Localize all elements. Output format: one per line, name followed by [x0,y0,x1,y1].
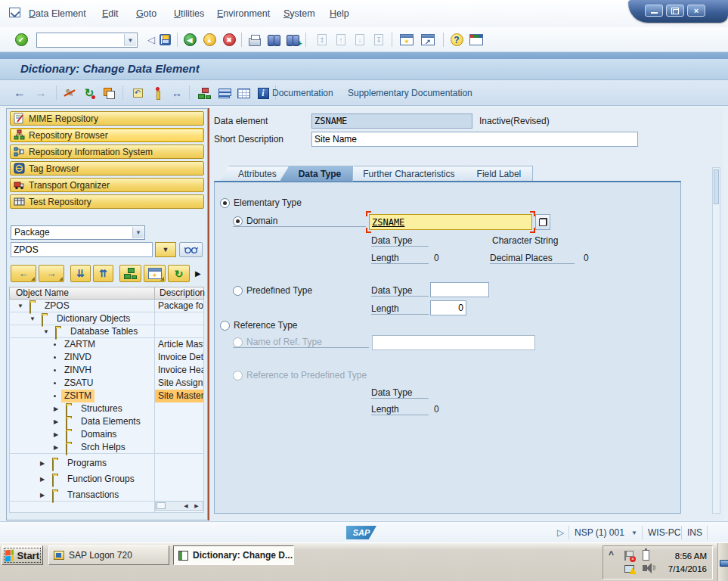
back-button[interactable]: ◀ [181,31,199,48]
where-used-button[interactable]: ↔ [168,85,186,101]
package-name-input[interactable] [11,242,153,257]
tree-row-zpos[interactable]: ▼ ZPOS Package for P [10,300,203,312]
tray-expand-icon[interactable]: ^ [609,549,614,560]
print-button[interactable] [246,31,264,48]
object-directory-button[interactable] [195,85,213,101]
collapse-arrow-icon[interactable]: ▼ [29,312,36,325]
ref-name-field[interactable] [372,335,535,350]
menu-utilities[interactable]: Utilities [171,7,207,20]
tree-row-zinvd[interactable]: ZINVD Invoice Detai [10,351,203,364]
tree-row-data-elements[interactable]: ▶ Data Elements [10,415,203,428]
tab-data-type[interactable]: Data Type [280,166,353,182]
refresh-tree-button[interactable]: ↻ [168,265,190,282]
documentation-button[interactable]: Documentation [272,88,333,98]
scroll-right-icon[interactable]: ▶ [191,502,202,510]
scroll-left-icon[interactable]: ◀ [181,502,191,510]
last-page-button[interactable]: ↧ [370,31,388,48]
ref-name-radio[interactable] [233,337,243,347]
network-icon[interactable] [624,565,634,573]
transport-button[interactable]: ↶ [129,85,147,101]
show-desktop-button[interactable] [717,543,728,581]
collapse-arrow-icon[interactable]: ▼ [43,325,49,338]
tab-attributes[interactable]: Attributes [219,166,289,182]
tree-row-transactions[interactable]: ▶ Transactions [10,489,203,502]
domain-field[interactable] [369,214,532,230]
expand-arrow-icon[interactable]: ▶ [54,402,58,415]
menu-system[interactable]: System [280,7,318,20]
expand-all-button[interactable]: ⇊ [70,265,91,282]
tree-row-srch-helps[interactable]: ▶ Srch Helps [10,441,203,454]
display-object-button[interactable] [179,242,203,257]
tab-further-characteristics[interactable]: Further Characteristics [344,166,466,182]
technical-info-button[interactable]: i [254,85,272,101]
tag-browser-button[interactable]: Tag Browser [10,161,204,176]
repository-information-system-button[interactable]: Repository Information System [10,144,204,159]
exit-button[interactable]: ▲ [200,31,218,48]
tab-field-label[interactable]: Field Label [458,166,534,182]
predefined-data-type-field[interactable] [430,282,489,297]
main-vertical-scrollbar[interactable] [712,167,720,514]
table-display-button[interactable] [234,85,252,101]
find-next-button[interactable]: + [283,31,302,48]
copy-object-button[interactable] [100,85,118,101]
tree-horizontal-scrollbar[interactable]: ◀ ▶ [155,501,203,511]
next-page-button[interactable]: ↓ [351,31,369,48]
start-button[interactable]: Start [2,545,43,565]
select-dropdown-icon[interactable]: ▼ [132,227,144,238]
package-dropdown-button[interactable]: ▼ [155,242,176,257]
status-continue-icon[interactable]: ▷ [557,527,564,538]
tree-row-zsitm-selected[interactable]: ZSITM Site Master [10,390,203,402]
browse-type-select[interactable]: Package ▼ [11,225,145,240]
mime-repository-button[interactable]: MIME Repository [10,111,204,126]
menu-help[interactable]: Help [327,7,352,20]
tree-row-zsatu[interactable]: ZSATU Site Assignme [10,377,203,390]
help-button[interactable]: ? [448,31,466,48]
menu-environment[interactable]: Environment [214,7,273,20]
domain-value-help-button[interactable] [535,214,550,230]
transport-organizer-button[interactable]: Transport Organizer [10,178,204,192]
tree-row-function-groups[interactable]: ▶ Function Groups [10,473,203,486]
predefined-length-field[interactable] [430,300,466,315]
system-dropdown-icon[interactable]: ▼ [631,530,637,536]
cancel-button[interactable]: ✖ [220,31,238,48]
new-session-button[interactable]: ✶ [398,31,416,48]
task-button-dictionary[interactable]: Dictionary: Change D... [173,545,294,565]
tree-forward-button[interactable]: → [39,265,64,282]
collapse-all-button[interactable]: ⇈ [93,265,113,282]
command-dropdown-icon[interactable]: ▼ [124,34,136,46]
system-session-info[interactable]: NSP (1) 001 [575,527,624,538]
restore-button[interactable] [666,5,684,17]
scrollbar-thumb[interactable] [714,169,719,204]
system-menu-icon[interactable] [9,8,20,17]
customize-layout-button[interactable] [467,31,485,48]
domain-radio[interactable] [233,216,243,226]
short-description-field[interactable] [311,132,638,147]
menu-edit[interactable]: Edit [99,7,122,20]
activate-refresh-button[interactable]: ↻ [80,85,98,101]
more-buttons-icon[interactable]: ▶ [195,269,201,278]
nav-forward-button[interactable]: → [32,85,50,101]
battery-icon[interactable] [643,550,649,561]
activate-button[interactable] [148,85,166,101]
ref-predefined-radio[interactable] [233,371,243,381]
display-change-button[interactable]: ✎ [60,85,79,101]
action-center-flag-icon[interactable]: × [624,551,634,561]
object-name-column-header[interactable]: Object Name [10,287,69,298]
clock[interactable]: 8:56 AM 7/14/2016 [668,550,707,576]
enter-button[interactable]: ✔ [12,31,30,48]
first-page-button[interactable]: ↥ [313,31,331,48]
save-button[interactable] [156,31,174,48]
scrollbar-thumb[interactable] [156,502,166,509]
expand-arrow-icon[interactable]: ▶ [40,473,45,486]
tree-row-dictionary-objects[interactable]: ▼ Dictionary Objects [10,312,203,325]
tree-row-structures[interactable]: ▶ Structures [10,402,203,415]
tree-row-database-tables[interactable]: ▼ Database Tables [10,325,203,338]
description-column-header[interactable]: Description [154,287,204,299]
nav-back-button[interactable]: ← [11,85,29,101]
tree-row-zartm[interactable]: ZARTM Article Maste [10,338,203,351]
data-element-value-field[interactable] [311,113,472,129]
open-in-new-window-button[interactable]: ✶ [144,265,166,282]
find-button[interactable] [265,31,283,48]
expand-arrow-icon[interactable]: ▶ [40,489,45,502]
create-shortcut-button[interactable]: ↗ [419,31,437,48]
